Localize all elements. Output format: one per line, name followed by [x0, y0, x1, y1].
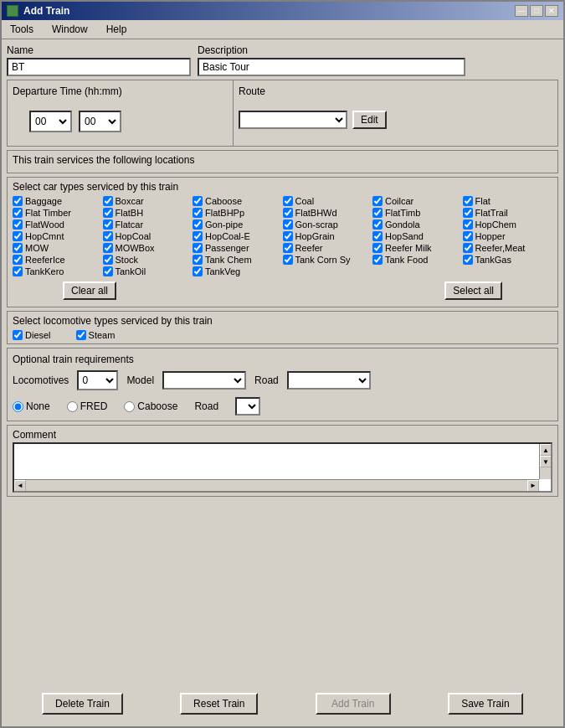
- hopcoal-e-checkbox[interactable]: [193, 231, 203, 241]
- flattimb-checkbox[interactable]: [372, 208, 383, 218]
- gon-pipe-checkbox[interactable]: [193, 219, 203, 230]
- optional-section: Optional train requirements Locomotives …: [7, 348, 558, 421]
- gondola-checkbox[interactable]: [372, 219, 383, 230]
- menu-window[interactable]: Window: [47, 22, 93, 37]
- flattrail-checkbox[interactable]: [463, 208, 473, 218]
- road-label: Road: [254, 374, 279, 386]
- list-item: HopCoal-E: [193, 231, 283, 241]
- list-item: Tank Food: [372, 255, 463, 265]
- hopper-checkbox[interactable]: [463, 231, 473, 241]
- stock-checkbox[interactable]: [103, 255, 113, 265]
- tank-corn-sy-checkbox[interactable]: [283, 255, 293, 265]
- road2-dropdown[interactable]: [235, 397, 260, 416]
- list-item: Gondola: [372, 219, 463, 230]
- maximize-button[interactable]: □: [530, 5, 543, 17]
- car-types-section: Select car types serviced by this train …: [7, 177, 558, 307]
- diesel-checkbox[interactable]: [13, 330, 23, 340]
- hour-select[interactable]: 00 01 02: [32, 113, 69, 130]
- caboose-radio[interactable]: [124, 401, 135, 412]
- baggage-checkbox[interactable]: [13, 196, 23, 206]
- tank-food-checkbox[interactable]: [372, 255, 383, 265]
- select-all-button[interactable]: Select all: [444, 281, 502, 300]
- hscroll-right-button[interactable]: ►: [527, 480, 539, 492]
- close-button[interactable]: ✕: [545, 5, 558, 17]
- loco-count-select[interactable]: 0 1 2 3: [79, 372, 116, 389]
- menu-tools[interactable]: Tools: [5, 22, 39, 37]
- name-input[interactable]: [7, 58, 191, 76]
- list-item: Coilcar: [372, 196, 463, 206]
- window-icon: [7, 5, 18, 17]
- tankgas-checkbox[interactable]: [463, 255, 473, 265]
- car-actions: Clear all Select all: [13, 278, 552, 303]
- vscroll-up-button[interactable]: ▲: [540, 444, 552, 456]
- minute-select-wrapper: 00 15 30 45: [79, 111, 121, 132]
- hopcoal-checkbox[interactable]: [103, 231, 113, 241]
- flat-timber-checkbox[interactable]: [13, 208, 23, 218]
- road-dropdown[interactable]: [287, 371, 371, 390]
- flatcar-checkbox[interactable]: [103, 219, 113, 230]
- mowbox-checkbox[interactable]: [103, 243, 113, 253]
- flat-checkbox[interactable]: [463, 196, 473, 206]
- title-bar: Add Train — □ ✕: [2, 2, 563, 20]
- delete-train-button[interactable]: Delete Train: [42, 693, 123, 715]
- list-item: Gon-scrap: [283, 219, 373, 230]
- list-item: Reefer,Meat: [463, 243, 553, 253]
- reset-train-button[interactable]: Reset Train: [180, 693, 258, 715]
- minimize-button[interactable]: —: [515, 5, 528, 17]
- gon-scrap-checkbox[interactable]: [283, 219, 293, 230]
- time-row: 00 01 02 00 15 30 45: [13, 102, 228, 141]
- list-item: Reefer Milk: [372, 243, 463, 253]
- flatbhwd-checkbox[interactable]: [283, 208, 293, 218]
- passenger-checkbox[interactable]: [193, 243, 203, 253]
- fred-radio[interactable]: [67, 401, 78, 412]
- route-dropdown[interactable]: [239, 111, 347, 129]
- optional-row2: None FRED Caboose Road: [13, 397, 552, 416]
- list-item: Passenger: [193, 243, 283, 253]
- list-item: Baggage: [13, 196, 103, 206]
- list-item: Boxcar: [103, 196, 193, 206]
- name-label: Name: [7, 44, 191, 56]
- route-label: Route: [239, 85, 552, 97]
- vscroll: ▲ ▼: [539, 444, 551, 479]
- menu-help[interactable]: Help: [101, 22, 132, 37]
- hopcmnt-checkbox[interactable]: [13, 231, 23, 241]
- coal-checkbox[interactable]: [283, 196, 293, 206]
- reefer-milk-checkbox[interactable]: [372, 243, 383, 253]
- model-dropdown[interactable]: [162, 371, 246, 390]
- tank-chem-checkbox[interactable]: [193, 255, 203, 265]
- flatbh-checkbox[interactable]: [103, 208, 113, 218]
- save-train-button[interactable]: Save Train: [448, 693, 523, 715]
- hopgrain-checkbox[interactable]: [283, 231, 293, 241]
- comment-textarea[interactable]: [14, 444, 551, 479]
- list-item: FlatBH: [103, 208, 193, 218]
- reefer-ice-checkbox[interactable]: [13, 255, 23, 265]
- hopchem-checkbox[interactable]: [463, 219, 473, 230]
- list-item: FlatWood: [13, 219, 103, 230]
- reefer-meat-checkbox[interactable]: [463, 243, 473, 253]
- reefer-checkbox[interactable]: [283, 243, 293, 253]
- desc-input[interactable]: [198, 58, 465, 76]
- boxcar-checkbox[interactable]: [103, 196, 113, 206]
- menubar: Tools Window Help: [2, 20, 563, 39]
- coilcar-checkbox[interactable]: [372, 196, 383, 206]
- none-radio[interactable]: [13, 401, 23, 412]
- optional-title: Optional train requirements: [13, 354, 552, 365]
- tankkero-checkbox[interactable]: [13, 266, 23, 276]
- tankoil-checkbox[interactable]: [103, 266, 113, 276]
- hopsand-checkbox[interactable]: [372, 231, 383, 241]
- list-item: Flatcar: [103, 219, 193, 230]
- mow-checkbox[interactable]: [13, 243, 23, 253]
- minute-select[interactable]: 00 15 30 45: [81, 113, 119, 130]
- flatwood-checkbox[interactable]: [13, 219, 23, 230]
- clear-all-button[interactable]: Clear all: [63, 281, 116, 300]
- edit-button[interactable]: Edit: [352, 111, 387, 129]
- tankveg-checkbox[interactable]: [193, 266, 203, 276]
- list-item: HopSand: [372, 231, 463, 241]
- loco-checkboxes: Diesel Steam: [13, 330, 552, 340]
- caboose-checkbox[interactable]: [193, 196, 203, 206]
- vscroll-down-button[interactable]: ▼: [540, 456, 552, 467]
- window-title: Add Train: [23, 5, 69, 17]
- steam-checkbox[interactable]: [76, 330, 86, 340]
- hscroll-left-button[interactable]: ◄: [14, 480, 26, 492]
- flatbhpp-checkbox[interactable]: [193, 208, 203, 218]
